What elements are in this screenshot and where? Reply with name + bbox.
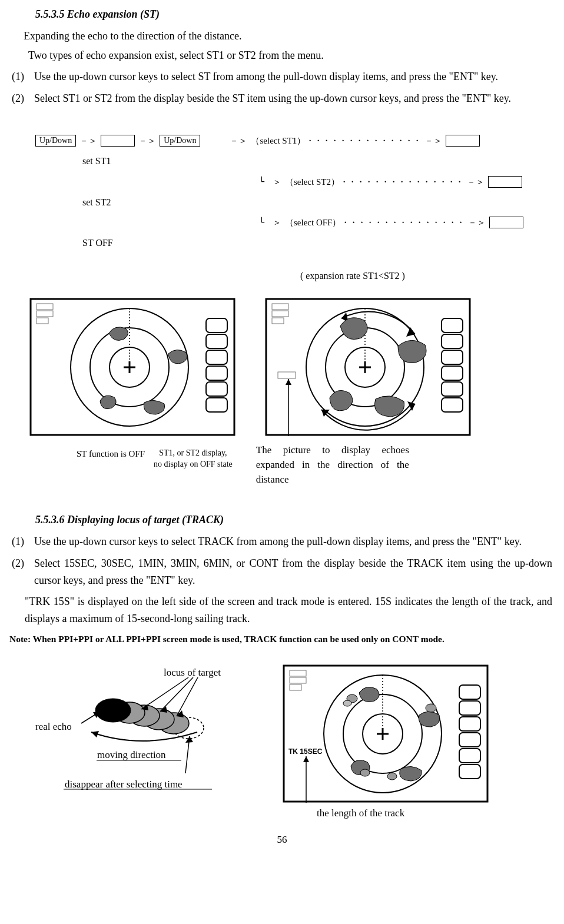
svg-rect-22 — [442, 334, 463, 348]
svg-rect-25 — [442, 382, 463, 396]
svg-rect-59 — [290, 670, 306, 676]
arrow-dash: ＞ — [273, 175, 281, 189]
section-heading-echo: 5.5.3.5 Echo expansion (ST) — [35, 6, 552, 23]
key-ent-box — [488, 176, 522, 188]
svg-point-77 — [360, 769, 370, 776]
dots: ・・・・・・・・・・・・・・ — [306, 134, 421, 148]
step-text: Use the up-down cursor keys to select ST… — [25, 68, 552, 85]
svg-marker-80 — [303, 756, 309, 762]
track-note: Note: When PPI+PPI or ALL PPI+PPI screen… — [9, 632, 552, 647]
select-st2-text: （select ST2） — [285, 175, 340, 189]
arrow-dash: －＞ — [230, 134, 247, 148]
svg-rect-65 — [459, 733, 480, 747]
expansion-rate-note: ( expansion rate ST1<ST2 ) — [300, 268, 546, 284]
branch-icon: └ — [259, 175, 264, 189]
key-updown-box: Up/Down — [160, 135, 200, 147]
key-updown-box: Up/Down — [35, 135, 76, 147]
svg-rect-5 — [206, 334, 227, 348]
svg-marker-55 — [185, 736, 193, 743]
svg-line-46 — [141, 677, 188, 709]
step-number: (2) — [12, 555, 24, 572]
locus-of-target-label: locus of target — [164, 664, 221, 680]
svg-rect-7 — [206, 366, 227, 380]
branch-icon: └ — [259, 215, 264, 230]
radar-screen-track: TK 15SEC — [283, 664, 489, 803]
svg-rect-6 — [206, 350, 227, 364]
svg-rect-63 — [459, 701, 480, 715]
dots: ・・・・・・・・・・・・・・・ — [340, 175, 463, 189]
section-heading-track: 5.5.3.6 Displaying locus of target (TRAC… — [35, 511, 552, 529]
svg-rect-62 — [459, 685, 480, 699]
key-ent-box — [489, 217, 523, 228]
arrow-dash: －＞ — [424, 134, 442, 148]
step-number: (1) — [12, 68, 24, 85]
result-text: "TRK 15S" is displayed on the left side … — [25, 593, 552, 627]
svg-marker-38 — [286, 379, 291, 385]
select-st1-text: （select ST1） — [251, 134, 306, 148]
arrow-dash: －＞ — [138, 134, 156, 148]
svg-rect-26 — [442, 398, 463, 412]
svg-point-78 — [387, 773, 397, 780]
arrow-dash: －＞ — [468, 215, 486, 230]
key-ent-box — [101, 135, 135, 147]
svg-point-75 — [343, 700, 351, 706]
tk-label: TK 15SEC — [288, 747, 323, 756]
flow-diagram: Up/Down －＞ －＞ Up/Down －＞ （select ST1） ・・… — [35, 134, 546, 283]
step-text: Select 15SEC, 30SEC, 1MIN, 3MIN, 6MIN, o… — [25, 555, 552, 589]
svg-rect-67 — [459, 765, 480, 779]
svg-rect-61 — [290, 684, 301, 690]
moving-direction-label: moving direction — [97, 747, 166, 763]
radar-screen-off — [29, 298, 235, 436]
dots: ・・・・・・・・・・・・・・・ — [341, 215, 465, 230]
caption-st-off: ST function is OFF — [77, 447, 145, 461]
arrow-dash: ＞ — [273, 215, 281, 230]
page-number: 56 — [12, 832, 552, 847]
intro-text-2: Two types of echo expansion exist, selec… — [28, 47, 552, 64]
set-st2-label: set ST2 — [82, 195, 111, 210]
svg-rect-24 — [442, 366, 463, 380]
svg-rect-4 — [206, 318, 227, 333]
svg-rect-8 — [206, 382, 227, 396]
svg-point-76 — [426, 704, 436, 712]
step-text: Select ST1 or ST2 from the display besid… — [25, 90, 552, 107]
svg-rect-3 — [37, 318, 48, 324]
step-text: Use the up-down cursor keys to select TR… — [25, 533, 552, 550]
svg-rect-2 — [37, 311, 53, 317]
step-number: (2) — [12, 90, 24, 107]
select-off-text: （select OFF） — [285, 215, 341, 230]
st-off-label: ST OFF — [82, 235, 113, 251]
arrow-dash: －＞ — [467, 175, 485, 189]
svg-rect-66 — [459, 749, 480, 763]
step-number: (1) — [12, 533, 24, 550]
svg-rect-23 — [442, 350, 463, 364]
svg-rect-21 — [442, 318, 463, 333]
disappear-label: disappear after selecting time — [65, 776, 183, 792]
svg-rect-19 — [272, 318, 284, 324]
track-length-caption: the length of the track — [317, 805, 489, 821]
svg-rect-9 — [206, 398, 227, 412]
arrow-dash: －＞ — [79, 134, 97, 148]
svg-rect-18 — [272, 311, 288, 317]
set-st1-label: set ST1 — [82, 154, 111, 169]
caption-st-indicator: ST1, or ST2 display, no display on OFF s… — [154, 448, 233, 469]
svg-rect-64 — [459, 717, 480, 731]
radar-screen-st-on — [265, 298, 471, 436]
intro-text-1: Expanding the echo to the direction of t… — [24, 28, 552, 45]
real-echo-label: real echo — [35, 719, 72, 734]
svg-point-44 — [95, 699, 131, 722]
svg-rect-17 — [272, 304, 288, 310]
svg-rect-1 — [37, 304, 53, 310]
key-ent-box — [446, 135, 480, 147]
svg-rect-20 — [278, 372, 296, 378]
svg-rect-60 — [290, 677, 306, 683]
caption-expanded-echoes: The picture to display echoes expanded i… — [256, 443, 409, 487]
